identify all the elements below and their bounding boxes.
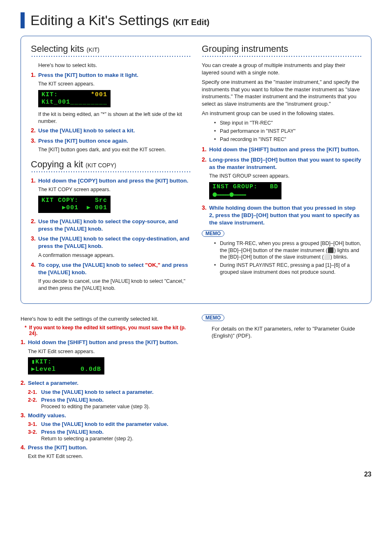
lcd-inst-group-screen: INST GROUP: BD ⬤▬▬▬▬▬⬤▬▬▬▬▬ [209, 182, 281, 199]
dotted-rule [31, 171, 190, 173]
editing-memo-text: For details on the KIT parameters, refer… [212, 325, 371, 340]
step-subtext: The INST GROUP screen appears. [209, 173, 361, 180]
selecting-step-1: 1. Press the [KIT] button to make it lig… [31, 72, 190, 79]
editing-substep-3-1: 3-1. Use the [VALUE] knob to edit the pa… [28, 421, 190, 427]
save-note: * If you want to keep the edited kit set… [25, 325, 190, 336]
list-item: Pad recording in "INST REC" [214, 136, 361, 143]
framed-content-box: Selecting kits (KIT) Here's how to selec… [21, 36, 371, 304]
copying-step-4: 4. To copy, use the [VALUE] knob to sele… [31, 261, 190, 276]
step-number: 3. [31, 137, 36, 144]
grouping-step-1: 1. Hold down the [SHIFT] button and pres… [202, 146, 361, 153]
page-title: Editing a Kit's Settings (KIT Edit) [30, 12, 371, 28]
substep-subtext: Proceed to editing the parameter value (… [41, 404, 190, 409]
substep-number: 3-2. [28, 429, 37, 435]
editing-substep-2-1: 2-1. Use the [VALUE] knob to select a pa… [28, 389, 190, 395]
lcd-kit-screen: KIT: *001 Kit_001_________ [38, 90, 111, 107]
editing-substep-2-2: 2-2. Press the [VALUE] knob. [28, 397, 190, 403]
dotted-rule [31, 55, 190, 58]
substep-number: 3-1. [28, 421, 37, 427]
page-title-main: Editing a Kit's Settings [30, 12, 169, 28]
memo-badge: MEMO [202, 314, 224, 321]
step-number: 3. [202, 204, 207, 211]
step-number: 4. [31, 261, 36, 268]
lcd-kit-edit-screen: ▮KIT: ▶Level 0.0dB [28, 357, 104, 375]
step-subtext: The [KIT] button goes dark, and you exit… [38, 146, 190, 153]
editing-intro: Here's how to edit the settings of the c… [21, 315, 190, 323]
section-heading-copying: Copying a kit (KIT COPY) [31, 159, 190, 170]
page-title-bar: Editing a Kit's Settings (KIT Edit) [21, 12, 371, 28]
editing-substep-3-2: 3-2. Press the [VALUE] knob. [28, 429, 190, 435]
step-subtext: The KIT COPY screen appears. [38, 186, 190, 193]
grouping-states-list: Step input in "TR-REC" Pad performance i… [214, 120, 361, 143]
substep-number: 2-1. [28, 389, 37, 395]
section-heading-grouping: Grouping instruments [202, 44, 361, 54]
memo-badge: MEMO [202, 230, 224, 237]
editing-step-1: 1. Hold down the [SHIFT] button and pres… [21, 339, 190, 346]
step-number: 2. [31, 218, 36, 224]
list-item: Pad performance in "INST PLAY" [214, 128, 361, 135]
step-number: 1. [202, 146, 207, 153]
selecting-lcd-note: If the kit is being edited, an "*" is sh… [38, 111, 190, 125]
selecting-step-3: 3. Press the [KIT] button once again. [31, 137, 190, 145]
left-column: Selecting kits (KIT) Here's how to selec… [31, 44, 190, 292]
step-number: 1. [21, 339, 25, 345]
selecting-intro: Here's how to select kits. [38, 62, 190, 69]
page-title-sub: (KIT Edit) [173, 18, 210, 27]
editing-step-3: 3. Modify values. [21, 412, 190, 419]
step-number: 2. [31, 127, 36, 134]
step-number: 3. [31, 235, 36, 242]
list-item: Step input in "TR-REC" [214, 120, 361, 127]
step-subtext: A confirmation message appears. [38, 252, 190, 259]
asterisk-icon: * [25, 325, 27, 336]
step-number: 3. [21, 412, 25, 419]
grouping-p2: Specify one instrument as the "master in… [202, 79, 361, 107]
editing-step-4: 4. Press the [KIT] button. [21, 444, 190, 451]
step-subtext: The KIT Edit screen appears. [28, 348, 190, 355]
step-subtext: The KIT screen appears. [38, 81, 190, 88]
step-number: 1. [31, 177, 36, 184]
copying-step-2: 2. Use the [VALUE] knob to select the co… [31, 218, 190, 233]
right-column: Grouping instruments You can create a gr… [202, 44, 361, 292]
selecting-step-2: 2. Use the [VALUE] knob to select a kit. [31, 127, 190, 134]
step-subtext: Exit the KIT Edit screen. [28, 453, 190, 460]
grouping-memo-list: During TR-REC, when you press a grouped … [214, 240, 361, 276]
grouping-p3: An instrument group can be used in the f… [202, 110, 361, 117]
lower-right-column: MEMO For details on the KIT parameters, … [202, 313, 371, 460]
step-number: 1. [31, 72, 36, 78]
copying-step-3: 3. Use the [VALUE] knob to select the co… [31, 235, 190, 250]
list-item: During TR-REC, when you press a grouped … [214, 240, 361, 261]
page-number: 23 [21, 471, 371, 478]
substep-subtext: Return to selecting a parameter (step 2)… [41, 436, 190, 442]
section-heading-selecting: Selecting kits (KIT) [31, 44, 190, 54]
editing-step-2: 2. Select a parameter. [21, 379, 190, 387]
substep-number: 2-2. [28, 397, 37, 403]
lower-left-column: Here's how to edit the settings of the c… [21, 313, 190, 460]
step-number: 2. [202, 156, 207, 163]
grouping-step-2: 2. Long-press the [BD]–[OH] button that … [202, 156, 361, 171]
grouping-p1: You can create a group of multiple instr… [202, 62, 361, 76]
dotted-rule [202, 55, 361, 58]
step-subtext: If you decide to cancel, use the [VALUE]… [38, 278, 190, 292]
step-number: 4. [21, 444, 25, 451]
copying-step-1: 1. Hold down the [COPY] button and press… [31, 177, 190, 185]
lcd-kit-copy-screen: KIT COPY: Src ▶001 ▶ 001 [38, 196, 111, 213]
step-number: 2. [21, 379, 25, 386]
list-item: During INST PLAY/INST REC, pressing a pa… [214, 262, 361, 276]
grouping-step-3: 3. While holding down the button that yo… [202, 204, 361, 227]
lower-content-row: Here's how to edit the settings of the c… [21, 313, 371, 460]
